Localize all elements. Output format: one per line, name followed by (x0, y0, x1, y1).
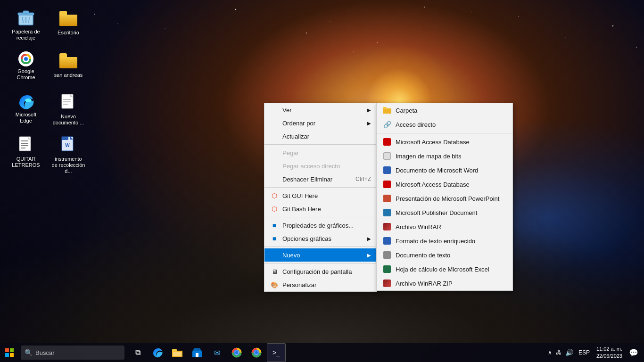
submenu-imagen-mapa-bits-icon (382, 151, 392, 161)
svg-line-19 (23, 17, 23, 23)
desktop-icon-instrumento-recoleccion[interactable]: W instrumento de recolección d... (50, 134, 87, 167)
context-menu-personalizar-label: Personalizar (282, 281, 371, 288)
svg-rect-49 (383, 107, 387, 109)
clock-date: 22/06/2023 (596, 353, 622, 360)
context-menu-ver[interactable]: Ver ▶ (264, 103, 377, 116)
submenu-doc-word-label: Documento de Microsoft Word (396, 167, 478, 174)
opciones-graficas-icon: ■ (270, 234, 279, 243)
submenu-doc-word-icon (382, 165, 392, 175)
submenu-publisher-icon (382, 208, 392, 217)
submenu-presentacion-ppt-label: Presentación de Microsoft PowerPoint (396, 195, 499, 202)
context-menu-ordenar-por[interactable]: Ordenar por ▶ (264, 116, 377, 130)
taskbar-task-view[interactable]: ⧉ (128, 343, 147, 362)
submenu-acceso-directo-icon: 🔗 (382, 120, 392, 129)
tray-network[interactable]: 🖧 (554, 348, 563, 357)
context-menu-git-bash-here-label: Git Bash Here (282, 206, 371, 213)
svg-point-4 (424, 7, 425, 8)
svg-rect-32 (59, 57, 77, 68)
submenu-imagen-mapa-bits-label: Imagen de mapa de bits (396, 153, 461, 160)
desktop-icon-quitar-letreros[interactable]: QUITAR LETREROS (7, 134, 45, 167)
taskbar-edge[interactable] (148, 343, 167, 362)
tray-arrow[interactable]: ∧ (546, 348, 553, 357)
git-bash-here-icon: ⬡ (270, 205, 279, 213)
svg-point-66 (255, 351, 258, 354)
context-menu-git-bash-here[interactable]: ⬡ Git Bash Here (264, 202, 377, 215)
svg-point-7 (565, 37, 566, 38)
submenu-access-db[interactable]: Microsoft Access Database (377, 135, 512, 149)
submenu-publisher[interactable]: Microsoft Publisher Document (377, 206, 512, 220)
submenu-rtf-icon (382, 236, 392, 246)
taskbar-chrome[interactable] (227, 343, 246, 362)
context-menu-pegar[interactable]: Pegar (264, 146, 377, 159)
submenu-carpeta[interactable]: Carpeta (377, 103, 512, 117)
propiedades-graficos-icon: ■ (270, 221, 279, 230)
submenu-access-db-icon (382, 137, 392, 147)
context-menu-propiedades-graficos[interactable]: ■ Propiedades de gráficos... (264, 219, 377, 232)
submenu-rtf[interactable]: Formato de texto enriquecido (377, 234, 512, 248)
submenu-excel[interactable]: Hoja de cálculo de Microsoft Excel (377, 262, 512, 276)
svg-point-62 (235, 351, 239, 354)
desktop-icon-microsoft-edge[interactable]: Microsoft Edge (7, 92, 45, 125)
submenu-doc-texto[interactable]: Documento de texto (377, 248, 512, 262)
submenu-winrar-label: Archivo WinRAR (396, 223, 441, 230)
taskbar: 🔍 Buscar ⧉ (0, 343, 644, 362)
desktop-icon-google-chrome[interactable]: Google Chrome (7, 49, 45, 82)
taskbar-explorer[interactable] (168, 343, 187, 362)
tray-language[interactable]: ESP (577, 349, 592, 356)
context-menu-nuevo[interactable]: Nuevo ▶ (264, 248, 377, 262)
submenu-access-db-label: Microsoft Access Database (396, 139, 470, 146)
submenu-winrar[interactable]: Archivo WinRAR (377, 220, 512, 234)
desktop-icon-san-andreas[interactable]: san andreas (50, 49, 87, 82)
desktop-icon-escritorio[interactable]: Escritorio (50, 7, 87, 40)
pegar-icon (270, 148, 279, 157)
taskbar-mail[interactable]: ✉ (207, 343, 226, 362)
context-menu-git-gui-here[interactable]: ⬡ Git GUI Here (264, 189, 377, 202)
start-button[interactable] (0, 343, 19, 362)
svg-point-8 (377, 42, 378, 43)
san-andreas-label: san andreas (54, 72, 83, 78)
context-menu-nuevo-label: Nuevo (282, 252, 367, 259)
taskbar-clock[interactable]: 11:02 a. m. 22/06/2023 (594, 346, 625, 360)
pegar-acceso-directo-icon (270, 162, 279, 170)
context-menu-opciones-graficas[interactable]: ■ Opciones gráficas ▶ (264, 232, 377, 245)
svg-rect-25 (59, 14, 67, 16)
context-menu-pegar-acceso-directo-label: Pegar acceso directo (282, 163, 371, 170)
taskbar-sys-tray: ∧ 🖧 🔊 (546, 348, 575, 357)
svg-point-9 (189, 52, 189, 52)
submenu-acceso-directo[interactable]: 🔗 Acceso directo (377, 117, 512, 132)
desktop-icon-recycle-bin[interactable]: Papelera de reciclaje (7, 7, 45, 40)
context-menu-personalizar[interactable]: 🎨 Personalizar (264, 278, 377, 291)
search-icon: 🔍 (25, 349, 33, 356)
submenu-excel-label: Hoja de cálculo de Microsoft Excel (396, 266, 489, 273)
submenu-doc-texto-label: Documento de texto (396, 252, 450, 259)
context-menu-deshacer-eliminar[interactable]: Deshacer Eliminar Ctrl+Z (264, 173, 377, 186)
svg-point-14 (117, 23, 118, 24)
tray-volume[interactable]: 🔊 (564, 348, 575, 357)
submenu-doc-word[interactable]: Documento de Microsoft Word (377, 163, 512, 177)
context-menu-actualizar[interactable]: Actualizar (264, 130, 377, 143)
context-menu-pegar-acceso-directo[interactable]: Pegar acceso directo (264, 159, 377, 173)
taskbar-chrome2[interactable] (247, 343, 266, 362)
submenu-separator-1 (377, 133, 512, 133)
submenu-imagen-mapa-bits[interactable]: Imagen de mapa de bits (377, 149, 512, 163)
desktop-icon-grid: Papelera de reciclaje Es (5, 5, 90, 174)
svg-line-21 (29, 17, 29, 23)
submenu-presentacion-ppt[interactable]: Presentación de Microsoft PowerPoint (377, 191, 512, 206)
notification-center-button[interactable]: 💬 (627, 348, 640, 357)
ordenar-por-arrow: ▶ (367, 121, 371, 126)
svg-rect-46 (62, 137, 68, 140)
actualizar-icon (270, 132, 279, 140)
context-menu-configuracion-pantalla[interactable]: 🖥 Configuración de pantalla (264, 265, 377, 278)
taskbar-terminal[interactable]: >_ (267, 343, 286, 362)
taskbar-search-box[interactable]: 🔍 Buscar (21, 346, 124, 360)
context-menu-ordenar-por-label: Ordenar por (282, 120, 367, 127)
desktop-icon-nuevo-documento[interactable]: Nuevo documento ... (50, 92, 87, 125)
submenu-winrar-zip[interactable]: Archivo WinRAR ZIP (377, 276, 512, 290)
submenu-access-db2[interactable]: Microsoft Access Database (377, 177, 512, 191)
submenu-nuevo: Carpeta 🔗 Acceso directo Microsoft Acces… (376, 103, 513, 291)
context-menu-propiedades-graficos-label: Propiedades de gráficos... (282, 222, 371, 229)
separator-3 (264, 217, 377, 217)
taskbar-store[interactable] (188, 343, 206, 362)
quitar-letreros-label: QUITAR LETREROS (9, 156, 43, 168)
escritorio-label: Escritorio (58, 30, 79, 36)
